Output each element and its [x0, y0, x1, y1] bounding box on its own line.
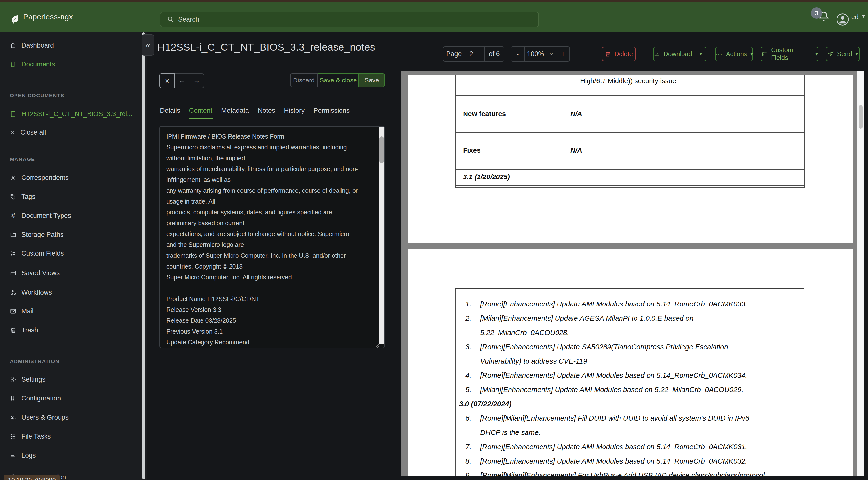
sidebar-item-trash[interactable]: Trash — [0, 323, 140, 338]
manage-header: MANAGE — [10, 156, 35, 162]
user-avatar-icon[interactable] — [836, 13, 849, 26]
window-icon — [10, 270, 17, 276]
app-brand[interactable]: Paperless-ngx — [23, 2, 73, 31]
sidebar-item-workflows[interactable]: Workflows — [0, 285, 140, 300]
sidebar: Dashboard Documents OPEN DOCUMENTS H12SS… — [0, 31, 147, 480]
hash-icon: # — [10, 212, 17, 219]
sliders-icon — [10, 395, 17, 402]
sidebar-item-document-types[interactable]: # Document Types — [0, 208, 140, 223]
list-item: 4.[Rome][Enhancements] Update AMI Module… — [456, 368, 804, 383]
send-button[interactable]: Send ▾ — [826, 47, 860, 61]
list-item: 7.[Rome][Enhancements] Update AMI Module… — [456, 440, 804, 454]
download-dropdown-toggle[interactable]: ▾ — [695, 47, 706, 61]
documents-icon — [10, 61, 17, 68]
document-title: H12SSL-i_C_CT_NT_BIOS_3.3_release_notes — [157, 41, 375, 53]
status-url-tooltip: 10.10.20.70:8000 — [4, 475, 60, 480]
caret-down-icon: ▾ — [700, 51, 702, 57]
sidebar-item-settings[interactable]: Settings — [0, 372, 140, 387]
tab-metadata[interactable]: Metadata — [221, 104, 249, 119]
users-icon — [10, 414, 17, 421]
tag-icon — [10, 193, 17, 200]
pdf-page-2: High/6.7 Middle)) security issue New fea… — [408, 74, 853, 243]
content-text: IPMI Firmware / BIOS Release Notes Form … — [166, 131, 371, 348]
sidebar-item-dashboard[interactable]: Dashboard — [0, 38, 140, 53]
download-button[interactable]: Download ▾ — [653, 47, 706, 61]
notification-count-badge: 3 — [811, 7, 822, 19]
sidebar-item-close-all[interactable]: Close all — [0, 125, 140, 140]
previous-document-button[interactable]: ← — [174, 73, 189, 88]
list-item: 2.[Milan][Enhancements] Update AGESA Mil… — [456, 311, 804, 325]
dots-icon: ⋯ — [715, 53, 722, 55]
list-item: 3.[Rome][Enhancements] Update SA50289(Ti… — [456, 340, 804, 354]
sidebar-item-open-document[interactable]: H12SSL-i_C_CT_NT_BIOS_3.3_rel... — [0, 106, 140, 122]
textarea-resize-handle[interactable] — [373, 341, 379, 347]
pdf-release-notes-list: 1.[Rome][Enhancements] Update AMI Module… — [455, 289, 804, 476]
sidebar-item-storage-paths[interactable]: Storage Paths — [0, 227, 140, 242]
save-button[interactable]: Save — [359, 73, 385, 87]
page-navigator: Page 2 of 6 — [443, 46, 504, 62]
close-document-button[interactable]: x — [159, 73, 175, 88]
tab-notes[interactable]: Notes — [257, 104, 276, 119]
page-number-input[interactable]: 2 — [465, 47, 484, 61]
gear-icon — [10, 376, 17, 383]
list-item-continuation: DHCP is the same. — [456, 425, 804, 440]
pdf-version-row: 3.1 (1/20/2025) — [463, 173, 510, 181]
list-item: 6.[Rome][Milan][Enhancements] Fill DUID … — [456, 411, 804, 425]
pdf-scrollbar-track[interactable] — [857, 71, 864, 476]
user-menu[interactable]: ed — [851, 2, 859, 31]
logs-icon — [10, 452, 17, 459]
tab-permissions[interactable]: Permissions — [313, 104, 350, 119]
sidebar-item-tags[interactable]: Tags — [0, 189, 140, 204]
chevron-double-left-icon: « — [146, 40, 150, 50]
folder-icon — [10, 231, 17, 238]
zoom-out-button[interactable]: - — [511, 47, 524, 61]
pdf-preview-viewer[interactable]: High/6.7 Middle)) security issue New fea… — [401, 71, 857, 476]
sidebar-item-file-tasks[interactable]: File Tasks — [0, 429, 140, 444]
actions-button[interactable]: ⋯ Actions ▾ — [715, 47, 753, 61]
pdf-row-value: N/A — [570, 147, 582, 154]
sidebar-item-saved-views[interactable]: Saved Views — [0, 265, 140, 280]
zoom-level-select[interactable]: 100% ⌄ — [524, 47, 557, 61]
editor-tabs: Details Content Metadata Notes History P… — [159, 104, 350, 119]
custom-fields-icon — [10, 250, 17, 257]
list-item: 9.[Rome][Milan][Enhancements] For UsbBus… — [456, 468, 804, 476]
content-textarea[interactable]: IPMI Firmware / BIOS Release Notes Form … — [159, 126, 385, 348]
custom-fields-icon — [761, 51, 768, 57]
user-menu-caret-icon[interactable]: ▾ — [862, 2, 865, 30]
zoom-control: - 100% ⌄ + — [511, 46, 570, 62]
textarea-scrollbar-thumb[interactable] — [379, 137, 384, 163]
sidebar-item-users-groups[interactable]: Users & Groups — [0, 410, 140, 425]
send-icon — [828, 51, 834, 57]
sidebar-item-correspondents[interactable]: Correspondents — [0, 170, 140, 185]
discard-button[interactable]: Discard — [290, 73, 318, 87]
next-document-button[interactable]: → — [189, 73, 204, 88]
zoom-in-button[interactable]: + — [557, 47, 569, 61]
top-navbar: Paperless-ngx Search 3 ed ▾ — [0, 2, 868, 31]
list-item: 5.[Milan][Enhancements] Update AMI Modul… — [456, 383, 804, 397]
sidebar-scrollbar[interactable] — [142, 32, 145, 479]
trash-icon — [605, 51, 611, 57]
tab-content[interactable]: Content — [189, 104, 213, 119]
tab-history[interactable]: History — [283, 104, 305, 119]
tab-details[interactable]: Details — [159, 104, 181, 119]
sidebar-item-documents[interactable]: Documents — [0, 57, 140, 72]
delete-button[interactable]: Delete — [602, 47, 636, 61]
custom-fields-button[interactable]: Custom Fields ▾ — [761, 47, 818, 61]
sidebar-item-mail[interactable]: Mail — [0, 303, 140, 319]
list-item-continuation: 5.22_MilanCrb_0ACOU028. — [456, 325, 804, 340]
pdf-scrollbar-thumb[interactable] — [859, 105, 863, 129]
sidebar-item-custom-fields[interactable]: Custom Fields — [0, 246, 140, 261]
save-and-close-button[interactable]: Save & close — [318, 73, 359, 87]
administration-header: ADMINISTRATION — [10, 358, 59, 364]
global-search-input[interactable]: Search — [160, 12, 539, 27]
trash-icon — [10, 327, 17, 333]
notifications-button[interactable]: 3 — [817, 10, 837, 30]
file-text-icon — [10, 111, 17, 117]
pdf-row-value: N/A — [570, 110, 582, 118]
document-nav-group: x ← → — [159, 73, 204, 88]
pdf-page-3: 1.[Rome][Enhancements] Update AMI Module… — [408, 249, 853, 476]
collapse-sidebar-button[interactable]: « — [142, 34, 154, 56]
sidebar-item-configuration[interactable]: Configuration — [0, 391, 140, 406]
download-icon — [654, 51, 660, 57]
sidebar-item-logs[interactable]: Logs — [0, 448, 140, 463]
